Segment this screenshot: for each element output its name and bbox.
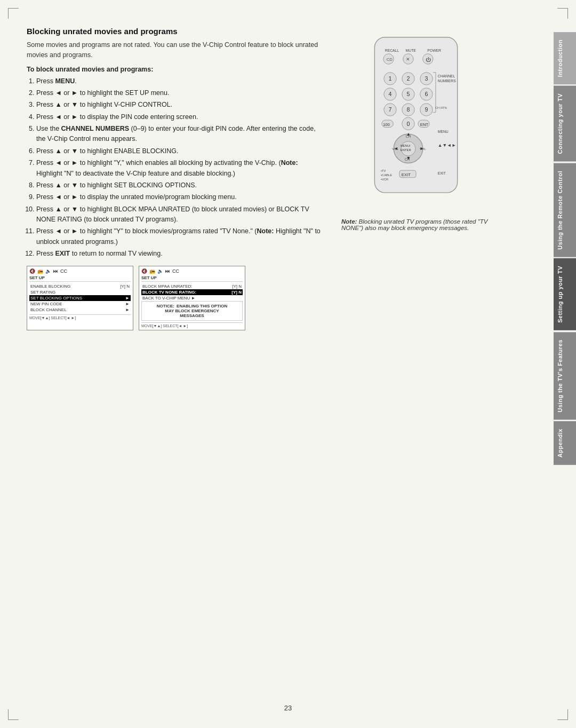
step-6: Press ▲ or ▼ to highlight ENABLE BLOCKIN… (36, 146, 325, 156)
screen2-row-3: BACK TO V-CHIP MENU ► (141, 295, 243, 301)
screen1-row-1: ENABLE BLOCKING[Y] N (29, 283, 131, 289)
page-number: 23 (284, 704, 292, 712)
step-4: Press ◄ or ► to display the PIN code ent… (36, 112, 325, 122)
screen-mockup-2: 🔇 📻 🔈 ⏭ CC SET UP BLOCK MPAA UNRATED:[Y]… (139, 266, 245, 330)
svg-text:►: ► (420, 146, 425, 151)
step-3: Press ▲ or ▼ to highlight V-CHIP CONTROL… (36, 100, 325, 110)
icon-5: CC (60, 268, 67, 274)
svg-text:POWER: POWER (427, 49, 441, 52)
step-11: Press ◄ or ► to highlight "Y" to block m… (36, 226, 325, 247)
svg-text:•TV: •TV (381, 169, 386, 172)
svg-text:NUMBERS: NUMBERS (438, 79, 456, 83)
svg-text:•CABLE: •CABLE (381, 173, 392, 177)
svg-text:⏻: ⏻ (426, 57, 431, 62)
svg-text:MENU: MENU (438, 130, 449, 133)
svg-text:ENTER: ENTER (401, 148, 411, 152)
svg-text:ENT: ENT (420, 122, 429, 127)
screen2-row-2-highlighted: BLOCK TV NONE RATING:[Y] N (141, 289, 243, 295)
step-5: Use the CHANNEL NUMBERS (0–9) to enter y… (36, 124, 325, 145)
svg-text:◄: ◄ (394, 146, 398, 151)
sidebar-tab-remote[interactable]: Using the Remote Control (554, 163, 576, 257)
article-left: Blocking unrated movies and programs Som… (27, 27, 325, 330)
steps-list: Press MENU. Press ◄ or ► to highlight th… (27, 76, 325, 259)
svg-text:100: 100 (383, 122, 390, 127)
sidebar-tab-connecting[interactable]: Connecting your TV (554, 86, 576, 162)
screen2-footer: MOVE[▼▲] SELECT[◄ ►] (141, 322, 243, 328)
svg-text:CH RTN: CH RTN (435, 106, 447, 109)
article: Blocking unrated movies and programs Som… (27, 27, 539, 330)
svg-text:▲: ▲ (406, 131, 411, 137)
screen1-row-3-highlighted: SET BLOCKING OPTIONS► (29, 295, 131, 301)
svg-text:6: 6 (425, 91, 428, 97)
step-2: Press ◄ or ► to highlight the SET UP men… (36, 88, 325, 98)
screen1-title: SET UP (29, 275, 131, 282)
svg-text:CHANNEL: CHANNEL (438, 74, 455, 78)
article-right: RECALL MUTE POWER CD ✕ ⏻ 1 2 (336, 27, 496, 330)
icon-s2-2: 📻 (149, 268, 155, 274)
svg-text:9: 9 (425, 106, 428, 113)
step-9: Press ◄ or ► to display the unrated movi… (36, 192, 325, 202)
screen-mockup-1: 🔇 📻 🔈 ⏭ CC SET UP ENABLE BLOCKING[Y] N S… (27, 266, 133, 330)
svg-text:2: 2 (407, 75, 410, 82)
svg-text:8: 8 (407, 106, 410, 113)
icon-s2-5: CC (172, 268, 179, 274)
icon-4: ⏭ (53, 268, 58, 274)
svg-text:•VCR: •VCR (381, 178, 388, 181)
note-box: Note: Blocking unrated TV programs (thos… (341, 218, 491, 231)
icon-s2-1: 🔇 (141, 268, 147, 274)
screen1-row-4: NEW PIN CODE► (29, 301, 131, 307)
remote-svg: RECALL MUTE POWER CD ✕ ⏻ 1 2 (352, 32, 480, 208)
step-10: Press ▲ or ▼ to highlight BLOCK MPAA UNR… (36, 204, 325, 225)
main-content: Blocking unrated movies and programs Som… (16, 16, 549, 712)
bold-instruction: To block unrated movies and programs: (27, 66, 325, 73)
svg-text:▼: ▼ (406, 155, 411, 161)
svg-text:3: 3 (425, 75, 428, 82)
svg-text:5: 5 (407, 91, 410, 97)
sidebar-tab-features[interactable]: Using the TV's Features (554, 332, 576, 420)
svg-text:0: 0 (407, 121, 410, 127)
svg-text:MENU/: MENU/ (401, 144, 411, 147)
svg-text:✕: ✕ (406, 57, 410, 62)
svg-text:4: 4 (389, 91, 392, 97)
step-7: Press ◄ or ► to highlight "Y," which ena… (36, 158, 325, 179)
screen1-row-2: SET RATING (29, 289, 131, 295)
icon-3: 🔈 (45, 268, 51, 274)
svg-text:MUTE: MUTE (406, 49, 417, 52)
sidebar-tab-introduction[interactable]: Introduction (554, 32, 576, 84)
sidebar-tab-setting[interactable]: Setting up your TV (554, 258, 576, 330)
svg-text:EXIT: EXIT (438, 171, 446, 175)
screens-row: 🔇 📻 🔈 ⏭ CC SET UP ENABLE BLOCKING[Y] N S… (27, 266, 325, 330)
screen1-row-5: BLOCK CHANNEL► (29, 307, 131, 313)
screen2-notice: NOTICE: ENABLING THIS OPTIONMAY BLOCK EM… (141, 301, 243, 321)
sidebar-tab-appendix[interactable]: Appendix (554, 421, 576, 465)
step-1: Press MENU. (36, 76, 325, 86)
article-heading: Blocking unrated movies and programs (27, 27, 325, 36)
note-label: Note: (341, 218, 357, 225)
svg-text:7: 7 (389, 106, 392, 113)
screen2-title: SET UP (141, 275, 243, 282)
remote-container: RECALL MUTE POWER CD ✕ ⏻ 1 2 (352, 32, 480, 210)
svg-text:▲▼◄►: ▲▼◄► (438, 143, 457, 148)
icon-2: 📻 (37, 268, 43, 274)
screen2-row-1: BLOCK MPAA UNRATED:[Y] N (141, 283, 243, 289)
svg-text:CD: CD (387, 57, 393, 62)
icon-s2-4: ⏭ (165, 268, 170, 274)
sidebar: Introduction Connecting your TV Using th… (554, 0, 576, 728)
step-8: Press ▲ or ▼ to highlight SET BLOCKING O… (36, 180, 325, 191)
article-intro: Some movies and programs are not rated. … (27, 40, 325, 60)
svg-text:1: 1 (389, 75, 392, 82)
icon-s2-3: 🔈 (157, 268, 163, 274)
svg-text:EXIT: EXIT (402, 172, 411, 177)
note-text: Blocking unrated TV programs (those rate… (341, 218, 487, 231)
screen1-footer: MOVE[▼▲] SELECT[◄ ►] (29, 314, 131, 320)
step-12: Press EXIT to return to normal TV viewin… (36, 249, 325, 259)
icon-1: 🔇 (29, 268, 35, 274)
svg-text:RECALL: RECALL (385, 49, 399, 52)
